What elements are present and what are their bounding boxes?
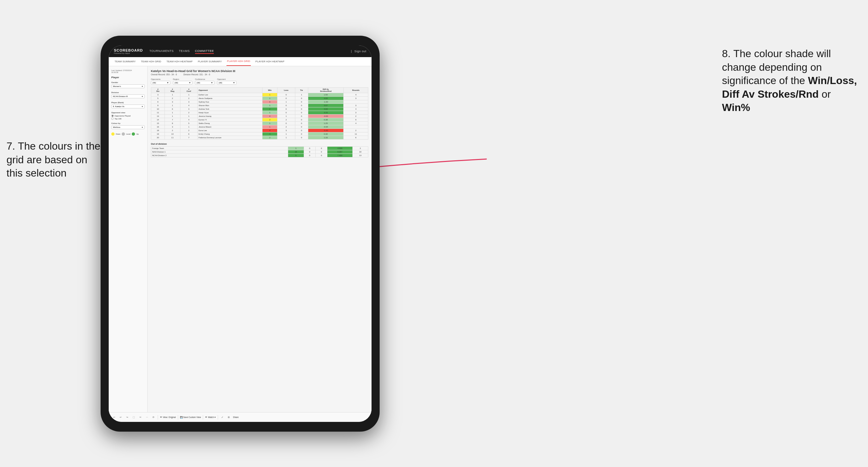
cell-diff: -5.00 bbox=[308, 129, 343, 132]
table-row: 10 6 3 Andrea York 2 0 0 4.00 4 bbox=[151, 107, 368, 111]
filter-opponent-value: (All) bbox=[219, 82, 222, 84]
cell-reg: 1 bbox=[165, 93, 180, 97]
refresh-button[interactable]: ⟳ bbox=[151, 415, 156, 419]
subnav-player-summary[interactable]: PLAYER SUMMARY bbox=[197, 57, 223, 66]
radio-top100[interactable]: Top 100 bbox=[111, 118, 145, 120]
cell-diff: 1.25 bbox=[308, 122, 343, 125]
nav-right: | Sign out bbox=[351, 49, 366, 54]
sidebar-gender-label: Gender bbox=[111, 82, 145, 84]
radio-label-played: Opponents Played bbox=[115, 115, 130, 117]
undo-button[interactable]: ↩ bbox=[112, 415, 117, 419]
subnav-team-summary[interactable]: TEAM SUMMARY bbox=[114, 57, 136, 66]
cell-reg: 3 bbox=[165, 125, 180, 129]
toolbar-divider-2 bbox=[178, 415, 178, 419]
cell-rounds: 6 bbox=[344, 136, 368, 139]
sidebar-gender-section: Gender Women's ▼ bbox=[111, 82, 145, 88]
cell-rounds: 9 bbox=[344, 118, 368, 122]
cell-rounds: 3 bbox=[344, 104, 368, 107]
chevron-down-icon-div: ▼ bbox=[142, 95, 143, 97]
subnav-team-h2h-heatmap[interactable]: TEAM H2H HEATMAP bbox=[166, 57, 193, 66]
filter-opponents-label: Opponents: bbox=[151, 78, 170, 80]
sidebar-gender-select[interactable]: Women's ▼ bbox=[111, 84, 145, 88]
cut-button[interactable]: ✂ bbox=[138, 415, 143, 419]
save-custom-view-button[interactable]: 💾 Save Custom View bbox=[180, 416, 201, 418]
grid-title: Katelyn Vo Head-to-Head Grid for Women's… bbox=[151, 69, 368, 73]
col-loss: Loss bbox=[277, 88, 295, 93]
ood-cell-win: 1 bbox=[288, 147, 304, 150]
cell-conf: 7 bbox=[180, 136, 197, 139]
chevron-down-icon-conf: ▼ bbox=[211, 82, 213, 84]
cell-rounds: 4 bbox=[344, 107, 368, 111]
chevron-down-icon-rank: ▼ bbox=[142, 105, 143, 107]
cell-div: 15 bbox=[151, 122, 165, 125]
copy-button[interactable]: ⬚ bbox=[131, 415, 136, 419]
subnav-player-h2h-heatmap[interactable]: PLAYER H2H HEATMAP bbox=[255, 57, 285, 66]
filter-opponent-select[interactable]: (All) ▼ bbox=[217, 81, 237, 85]
sidebar-division-select[interactable]: NCAA Division III ▼ bbox=[111, 94, 145, 98]
toolbar-divider-4 bbox=[218, 415, 218, 419]
undo2-button[interactable]: ↩ bbox=[118, 415, 123, 419]
grid-button[interactable]: ⊞ bbox=[226, 415, 231, 419]
right-annotation-suffix: or bbox=[819, 88, 831, 100]
sidebar-player-rank-select[interactable]: 8. Katelyn Vo ▼ bbox=[111, 104, 145, 108]
cell-diff: 0.30 bbox=[308, 132, 343, 136]
cell-tie: 1 bbox=[295, 93, 308, 97]
cell-diff: -1.00 bbox=[308, 100, 343, 104]
cell-loss: 1 bbox=[277, 132, 295, 136]
logo-text: SCOREBOARD bbox=[114, 49, 143, 52]
view-original-button[interactable]: 👁 View: Original bbox=[160, 416, 176, 418]
filter-region-select[interactable]: (All) ▼ bbox=[173, 81, 192, 85]
cell-name: Esther Lee bbox=[197, 93, 262, 97]
sidebar-colour-select[interactable]: Win/loss ▼ bbox=[111, 125, 145, 129]
col-div: #Div bbox=[151, 88, 165, 93]
filter-conference-select[interactable]: (All) ▼ bbox=[195, 81, 215, 85]
cell-diff: 1.50 bbox=[308, 93, 343, 97]
more-button[interactable]: ··· bbox=[145, 415, 149, 419]
watch-button[interactable]: 👁 Watch ▾ bbox=[205, 416, 216, 418]
cell-diff: 4.00 bbox=[308, 97, 343, 100]
nav-tournaments[interactable]: TOURNAMENTS bbox=[149, 49, 174, 54]
cell-rounds: 3 bbox=[344, 111, 368, 115]
nav-committee[interactable]: COMMITTEE bbox=[195, 49, 214, 54]
cell-loss: 2 bbox=[277, 125, 295, 129]
ood-cell-rounds: 30 bbox=[352, 150, 368, 154]
cell-diff: -3.00 bbox=[308, 115, 343, 118]
legend-dot-up bbox=[132, 132, 135, 136]
cell-tie: 0 bbox=[295, 104, 308, 107]
cell-conf: 1 bbox=[180, 125, 197, 129]
filter-opponents-select[interactable]: (All) ▼ bbox=[151, 81, 170, 85]
radio-opponents-played[interactable]: Opponents Played bbox=[111, 115, 145, 117]
cell-conf: 1 bbox=[180, 93, 197, 97]
cell-win: 1 bbox=[262, 122, 277, 125]
grid-area: Katelyn Vo Head-to-Head Grid for Women's… bbox=[148, 66, 372, 412]
logo: SCOREBOARD Powered by clippd bbox=[114, 49, 143, 54]
cell-reg: 1 bbox=[165, 115, 180, 118]
nav-teams[interactable]: TEAMS bbox=[179, 49, 190, 54]
ood-cell-tie: 0 bbox=[315, 154, 327, 157]
ood-cell-name: Foreign Team bbox=[151, 147, 288, 150]
chevron-down-icon-opp: ▼ bbox=[167, 82, 169, 84]
table-row: 20 11 7 Federica Domecq Lacroze 2 1 0 1.… bbox=[151, 136, 368, 139]
share-button[interactable]: Share bbox=[233, 416, 239, 418]
right-annotation-bold2: Win% bbox=[722, 101, 750, 113]
cell-conf: 4 bbox=[180, 118, 197, 122]
ood-cell-loss: 0 bbox=[304, 150, 315, 154]
cell-name: Andrea York bbox=[197, 107, 262, 111]
cell-loss: 0 bbox=[277, 93, 295, 97]
redo-button[interactable]: ↪ bbox=[125, 415, 129, 419]
cell-diff: 3.67 bbox=[308, 104, 343, 107]
cell-reg: 3 bbox=[165, 100, 180, 104]
cell-rounds: 2 bbox=[344, 129, 368, 132]
cell-div: 5 bbox=[151, 97, 165, 100]
sub-navigation: TEAM SUMMARY TEAM H2H GRID TEAM H2H HEAT… bbox=[109, 57, 372, 66]
subnav-team-h2h-grid[interactable]: TEAM H2H GRID bbox=[140, 57, 162, 66]
cell-reg: 8 bbox=[165, 122, 180, 125]
expand-button[interactable]: ⤢ bbox=[220, 415, 224, 419]
nav-separator: | bbox=[351, 50, 352, 53]
filter-opponent-label: Opponent bbox=[217, 78, 237, 80]
nav-signout[interactable]: Sign out bbox=[354, 49, 366, 54]
cell-name: Jessica Huang bbox=[197, 115, 262, 118]
subnav-player-h2h-grid[interactable]: PLAYER H2H GRID bbox=[226, 57, 251, 66]
col-win: Win bbox=[262, 88, 277, 93]
legend-label-up: Up bbox=[136, 133, 138, 135]
